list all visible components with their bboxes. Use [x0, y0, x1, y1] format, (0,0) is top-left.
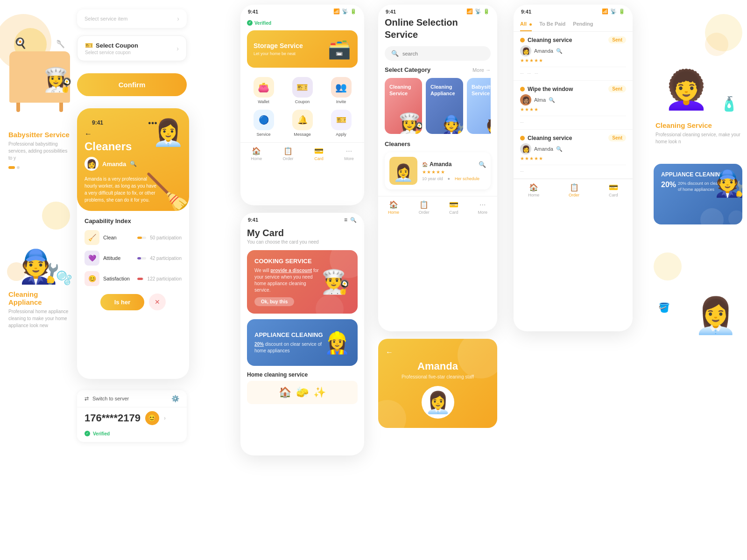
cleaning-service-cat[interactable]: Cleaning Service 👩‍🍳	[385, 78, 422, 134]
amanda-profile-card: ← Amanda Professional five-star cleaning…	[378, 339, 497, 428]
nav-order-ord[interactable]: 📋Order	[569, 183, 579, 197]
storage-time: 9:41	[248, 9, 258, 14]
cleaners-label: Cleaners	[385, 140, 491, 147]
coupon-subtitle: Select service coupon	[85, 50, 138, 55]
cleaning-service-right-title: Cleaning Service	[655, 121, 740, 129]
cleaner-card[interactable]: 👩‍💼 🏠 Amanda 🔍 ★★★★★ 10 year old ●	[385, 152, 491, 189]
emoji-button[interactable]: 😊	[145, 411, 159, 425]
orderlist-time: 9:41	[521, 9, 531, 14]
cleaner-schedule: Her schedule	[455, 176, 479, 181]
select-category-label: Select Category	[385, 66, 430, 73]
message-icon-item[interactable]: 🔔 Message	[292, 110, 313, 137]
nav-more[interactable]: ···More	[344, 147, 354, 161]
buy-button[interactable]: Ok, buy this	[254, 297, 294, 306]
service-icon-item[interactable]: 🔵 Service	[254, 110, 274, 137]
switch-to-server-row[interactable]: ⇄ Switch to server ⚙️	[77, 390, 187, 407]
verified-label: Verified	[93, 431, 110, 436]
nav-more-sel[interactable]: ···More	[478, 201, 488, 215]
coupon-icon-item[interactable]: 🎫 Coupon	[292, 77, 313, 104]
capability-title: Capability Index	[85, 217, 182, 224]
storage-subtitle: Let your home be neat	[254, 51, 303, 56]
nav-order-sel[interactable]: 📋Order	[419, 200, 430, 215]
is-her-button[interactable]: Is her	[100, 294, 145, 310]
cleaning-service-right-desc: Professional cleaning service, make your…	[655, 131, 740, 145]
coupon-title: Select Coupon	[96, 42, 138, 49]
nav-card-sel[interactable]: 💳Card	[449, 200, 458, 215]
tab-all[interactable]: All	[520, 21, 532, 31]
tab-pending[interactable]: Pending	[573, 21, 593, 31]
more-link[interactable]: More →	[472, 67, 491, 73]
apply-icon-item[interactable]: 🎫 Apply	[331, 110, 352, 137]
verified-badge: Verified	[247, 20, 358, 26]
coupon-percent: 20%	[661, 181, 676, 189]
nav-card[interactable]: 💳Card	[314, 147, 324, 161]
storage-title: Storage Service	[254, 42, 303, 49]
cleaner-name: Amanda	[102, 161, 126, 168]
appliance-card-desc: 20% discount on clear service of home ap…	[254, 341, 324, 354]
close-button[interactable]: ✕	[149, 294, 166, 310]
nav-home-ord[interactable]: 🏠Home	[528, 183, 539, 197]
cleaner-age: 10 year old	[422, 176, 443, 181]
search-input[interactable]	[402, 51, 484, 56]
selection-time: 9:41	[386, 9, 396, 14]
nav-home-sel[interactable]: 🏠Home	[388, 200, 399, 215]
babysitter-title: Babysitter Service	[8, 131, 71, 139]
select-coupon-row[interactable]: 🎫 Select Coupon Select service coupon ›	[77, 35, 187, 61]
wallet-icon-item[interactable]: 👛 Wallet	[254, 77, 274, 104]
cleaning-appliance-desc: Professional home appliance cleaning to …	[8, 308, 71, 329]
confirm-button[interactable]: Confirm	[77, 73, 187, 96]
invite-icon-item[interactable]: 👥 Invite	[331, 77, 352, 104]
babysitter-desc: Professional babysitting services, addin…	[8, 140, 71, 161]
selection-title: Online Selection Service	[385, 16, 491, 41]
nav-home[interactable]: 🏠Home	[251, 147, 262, 161]
home-cleaning-label: Home cleaning service	[247, 371, 358, 378]
cooking-card-desc: We will provide a discount for your serv…	[254, 267, 321, 294]
cleaning-appliance-cat[interactable]: Cleaning Appliance 🧑‍🔧	[426, 78, 463, 134]
cleaning-appliance-title: Cleaning Appliance	[8, 290, 71, 306]
babysitter-cat[interactable]: Babysitter Service 🧒	[467, 78, 491, 134]
phone-number: 176****2179 😊 ›	[77, 407, 187, 429]
appliance-card-title: APPLIANCE CLEANING	[254, 331, 324, 338]
order-item: Cleaning service Sent 👩 Amanda 🔍 ★★★★★ ·…	[514, 130, 633, 179]
order-item: Cleaning service Sent 👩 Amanda 🔍 ★★★★★ ·…	[514, 32, 633, 81]
switch-label: Switch to server	[92, 396, 129, 401]
mycard-title: My Card	[247, 228, 358, 238]
tab-to-be-paid[interactable]: To Be Paid	[539, 21, 565, 31]
time-display: 9:41	[92, 119, 103, 126]
nav-order[interactable]: 📋Order	[283, 147, 294, 161]
cleaner-card-name: Amanda	[430, 161, 451, 168]
order-item: Wipe the window Sent 👩🏽 Alma 🔍 ★★★★ ···	[514, 81, 633, 130]
mycard-time: 9:41	[248, 217, 258, 223]
cooking-card-title: COOKING SERVICE	[254, 258, 321, 265]
nav-card-ord[interactable]: 💳Card	[609, 183, 618, 197]
mycard-subtitle: You can choose the card you need	[247, 239, 358, 245]
